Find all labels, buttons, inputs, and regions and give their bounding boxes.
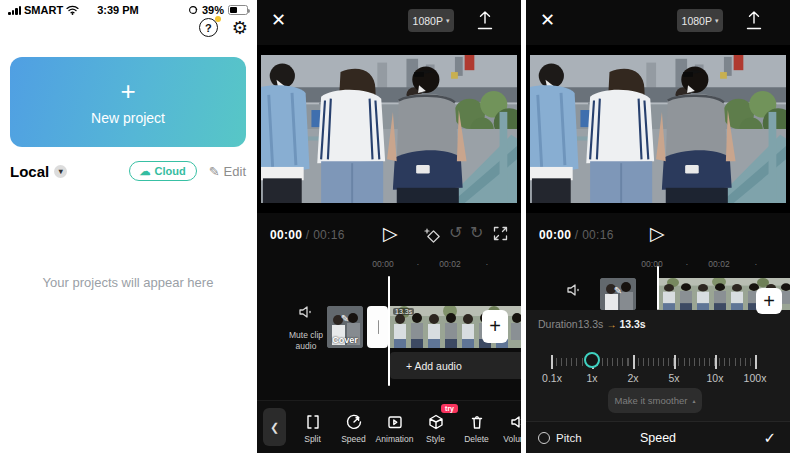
close-icon: ✕	[271, 10, 286, 30]
new-project-label: New project	[91, 110, 165, 126]
playhead[interactable]	[657, 266, 659, 310]
redo-icon: ↻	[470, 224, 483, 241]
close-icon: ✕	[540, 10, 555, 30]
keyframe-icon	[423, 226, 441, 244]
chevron-down-icon: ▾	[715, 17, 719, 25]
back-button[interactable]: ❮	[263, 408, 286, 446]
speed-option[interactable]: 1x	[586, 372, 597, 384]
cloud-button[interactable]: ☁ Cloud	[129, 161, 197, 181]
add-audio-button[interactable]: + Add audio	[390, 352, 521, 379]
undo-icon: ↺	[449, 224, 462, 241]
plus-icon: +	[489, 315, 501, 338]
export-icon	[475, 10, 495, 32]
speed-icon	[345, 413, 363, 431]
speed-option[interactable]: 2x	[627, 372, 638, 384]
settings-button[interactable]: ⚙	[232, 19, 248, 37]
confirm-button[interactable]: ✓	[763, 429, 776, 447]
speed-option[interactable]: 0.1x	[542, 372, 562, 384]
speed-option[interactable]: 10x	[707, 372, 724, 384]
add-clip-button[interactable]: +	[482, 310, 508, 343]
play-icon: ▷	[650, 223, 665, 244]
speed-sheet: Duration13.3s→13.3s 0.1x 1x 2x 5x 10x 10…	[526, 310, 790, 421]
mute-clip-audio-button[interactable]	[566, 283, 582, 301]
edit-label: Edit	[224, 164, 246, 179]
speed-footer: Pitch Speed ✓	[526, 421, 790, 453]
make-it-smoother-button[interactable]: Make it smoother ▴	[608, 388, 702, 413]
speed-option[interactable]: 100x	[744, 372, 767, 384]
cloud-label: Cloud	[155, 165, 186, 177]
plus-icon: +	[120, 78, 135, 104]
speaker-mute-icon	[566, 283, 582, 297]
style-icon	[427, 413, 445, 431]
volume-icon	[509, 413, 522, 431]
cover-thumbnail[interactable]: ✎	[600, 278, 636, 310]
editor-toolbar: ❮ Split Speed Animation try Style	[257, 400, 521, 453]
rotation-lock-icon	[188, 5, 198, 15]
help-button[interactable]: ?	[199, 18, 218, 37]
local-label: Local	[10, 163, 49, 180]
duration-original: Duration13.3s	[538, 318, 603, 330]
carrier-label: SMART	[24, 4, 63, 16]
close-button[interactable]: ✕	[271, 11, 286, 29]
check-icon: ✓	[763, 429, 776, 446]
cover-thumbnail[interactable]: ✎ Cover	[327, 306, 363, 348]
slider-tick	[551, 355, 553, 369]
chevron-up-icon: ▴	[692, 397, 695, 404]
redo-button[interactable]: ↻	[470, 225, 483, 241]
editor-topbar: ✕ 1080P ▾	[526, 0, 790, 45]
video-frame-image	[261, 55, 517, 203]
playhead[interactable]	[388, 276, 390, 386]
tool-speed[interactable]: Speed	[333, 411, 374, 444]
duration-result: 13.3s	[619, 318, 645, 330]
mute-clip-audio-button[interactable]: Mute clipaudio	[283, 305, 329, 353]
video-preview[interactable]	[526, 45, 790, 213]
resolution-label: 1080P	[413, 15, 443, 27]
clip-trim-handle[interactable]	[367, 306, 388, 348]
edit-button[interactable]: ✎ Edit	[209, 164, 246, 179]
animation-icon	[386, 413, 404, 431]
speed-option[interactable]: 5x	[668, 372, 679, 384]
editor-topbar: ✕ 1080P ▾	[257, 0, 521, 45]
tool-volume[interactable]: Volume	[497, 411, 521, 444]
slider-tick	[674, 355, 676, 369]
speaker-mute-icon	[298, 305, 314, 319]
video-frame-image	[530, 55, 786, 203]
duration-readout: Duration13.3s→13.3s	[538, 318, 646, 330]
play-button[interactable]: ▷	[650, 224, 665, 243]
fullscreen-button[interactable]	[493, 226, 508, 245]
export-button[interactable]	[475, 10, 495, 36]
undo-button[interactable]: ↺	[449, 225, 462, 241]
speed-options: 0.1x 1x 2x 5x 10x 100x	[551, 372, 756, 386]
tool-animation[interactable]: Animation	[374, 411, 415, 444]
speed-slider-knob[interactable]	[584, 352, 600, 368]
close-button[interactable]: ✕	[540, 11, 555, 29]
trash-icon	[468, 413, 486, 431]
slider-tick	[755, 355, 757, 369]
local-dropdown[interactable]: Local ▾	[10, 163, 67, 180]
video-preview[interactable]	[257, 45, 521, 213]
gear-icon: ⚙	[232, 18, 248, 38]
export-icon	[744, 10, 764, 32]
play-button[interactable]: ▷	[383, 224, 398, 243]
battery-icon	[228, 5, 248, 15]
add-clip-button[interactable]: +	[756, 288, 782, 314]
resolution-dropdown[interactable]: 1080P ▾	[408, 9, 454, 32]
slider-tick	[633, 355, 635, 369]
arrow-right-icon: →	[606, 319, 616, 330]
playback-controls: 00:00 / 00:16 ▷	[526, 213, 790, 257]
resolution-dropdown[interactable]: 1080P ▾	[677, 9, 723, 32]
tool-style[interactable]: try Style	[415, 411, 456, 444]
timeline-ruler: 00:00 · 00:02 ·	[257, 257, 521, 272]
question-icon: ?	[205, 22, 212, 34]
chevron-left-icon: ❮	[270, 421, 279, 434]
new-project-button[interactable]: + New project	[10, 57, 246, 147]
timecode: 00:00 / 00:16	[270, 228, 345, 242]
tool-delete[interactable]: Delete	[456, 411, 497, 444]
export-button[interactable]	[744, 10, 764, 36]
timecode: 00:00 / 00:16	[539, 228, 614, 242]
tool-split[interactable]: Split	[292, 411, 333, 444]
editor-screen: ✕ 1080P ▾	[257, 0, 521, 453]
slider-tick	[715, 355, 717, 369]
playback-controls: 00:00 / 00:16 ▷ ↺ ↻	[257, 213, 521, 257]
keyframe-button[interactable]	[423, 226, 441, 248]
